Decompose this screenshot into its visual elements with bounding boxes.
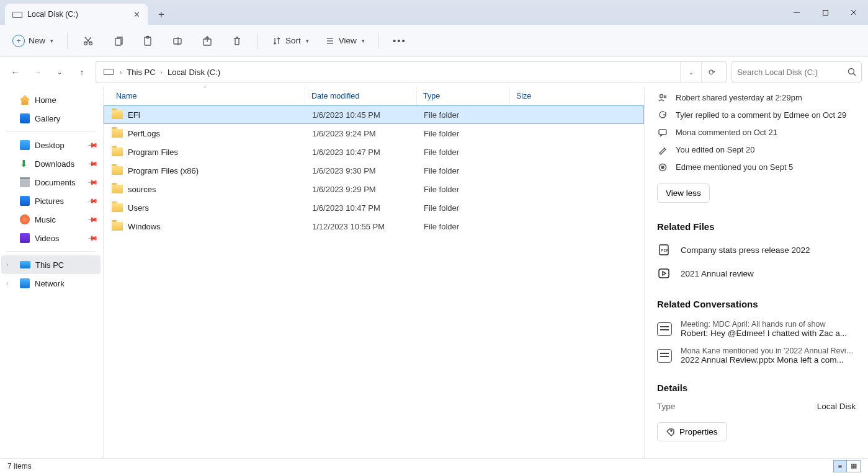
- forward-button[interactable]: →: [29, 63, 46, 81]
- search-box[interactable]: [732, 61, 862, 82]
- more-button[interactable]: •••: [388, 30, 411, 52]
- file-date: 1/6/2023 10:47 PM: [306, 203, 418, 213]
- file-row[interactable]: Program Files (x86)1/6/2023 9:30 PMFile …: [104, 161, 644, 180]
- delete-button[interactable]: [225, 30, 249, 52]
- address-bar[interactable]: › This PC › Local Disk (C:) ⌄ ⟳: [96, 61, 727, 82]
- nav-downloads[interactable]: ⬇Downloads📌: [1, 154, 101, 173]
- activity-item[interactable]: You edited on Sept 20: [657, 141, 856, 159]
- nav-pictures[interactable]: Pictures📌: [1, 192, 101, 210]
- titlebar: Local Disk (C:) ✕ ＋: [0, 0, 868, 25]
- nav-music[interactable]: Music📌: [1, 210, 101, 229]
- address-actions: ⌄ ⟳: [680, 62, 722, 82]
- pin-icon: 📌: [86, 213, 98, 225]
- desktop-icon: [20, 140, 30, 150]
- sort-caret-icon: ⌃: [203, 86, 207, 91]
- file-type: File folder: [418, 129, 511, 138]
- nav-desktop[interactable]: Desktop📌: [1, 136, 101, 154]
- file-row[interactable]: Windows1/12/2023 10:55 PMFile folder: [104, 217, 644, 236]
- mail-icon: [657, 349, 672, 363]
- documents-icon: [20, 177, 30, 187]
- breadcrumb-localdisk[interactable]: Local Disk (C:): [165, 68, 223, 77]
- separator: [6, 251, 96, 252]
- expand-icon[interactable]: ›: [6, 280, 8, 286]
- svg-line-18: [854, 74, 856, 76]
- file-row[interactable]: PerfLogs1/6/2023 9:24 PMFile folder: [104, 124, 644, 143]
- svg-rect-11: [174, 38, 181, 44]
- breadcrumb-thispc[interactable]: This PC: [124, 68, 158, 77]
- col-size[interactable]: Size: [510, 87, 566, 105]
- new-tab-button[interactable]: ＋: [151, 4, 171, 24]
- activity-item[interactable]: Tyler replied to a comment by Edmee on O…: [657, 107, 856, 124]
- nav-videos[interactable]: Videos📌: [1, 229, 101, 247]
- separator: [378, 33, 379, 49]
- paste-button[interactable]: [136, 30, 159, 52]
- downloads-icon: ⬇: [20, 159, 30, 169]
- search-icon[interactable]: [848, 68, 856, 76]
- large-icons-view-button[interactable]: ▦: [847, 460, 861, 472]
- svg-rect-1: [823, 10, 828, 15]
- back-button[interactable]: ←: [6, 63, 24, 81]
- activity-list: Robert shared yesterday at 2:29pmTyler r…: [657, 89, 856, 176]
- copy-button[interactable]: [106, 30, 130, 52]
- view-less-button[interactable]: View less: [657, 183, 710, 203]
- nav-network[interactable]: ›Network: [1, 274, 101, 293]
- properties-button[interactable]: Properties: [657, 422, 727, 441]
- file-date: 1/6/2023 9:30 PM: [306, 166, 418, 175]
- tab-active[interactable]: Local Disk (C:) ✕: [5, 4, 148, 25]
- gallery-icon: [20, 113, 30, 123]
- close-tab-icon[interactable]: ✕: [133, 10, 140, 19]
- up-button[interactable]: ↑: [73, 63, 91, 81]
- maximize-button[interactable]: [811, 0, 839, 25]
- new-label: New: [29, 36, 45, 45]
- recent-button[interactable]: ⌄: [51, 63, 68, 81]
- nav-home[interactable]: Home: [1, 91, 101, 109]
- file-name: sources: [128, 185, 156, 194]
- related-file-item[interactable]: PDF Company stats press release 2022: [657, 238, 856, 262]
- col-date[interactable]: Date modified: [305, 87, 417, 105]
- conversation-body: Robert: Hey @Edmee! I chatted with Zac a…: [681, 329, 847, 338]
- nav-documents[interactable]: Documents📌: [1, 173, 101, 192]
- cut-button[interactable]: [76, 30, 100, 52]
- nav-gallery[interactable]: Gallery: [1, 109, 101, 128]
- folder-icon: [112, 129, 123, 138]
- view-button[interactable]: View ▾: [320, 30, 370, 52]
- pin-icon: 📌: [86, 139, 98, 151]
- share-button[interactable]: [195, 30, 219, 52]
- folder-icon: [112, 166, 123, 175]
- new-button[interactable]: + New ▾: [7, 30, 58, 52]
- file-row[interactable]: EFI1/6/2023 10:45 PMFile folder: [104, 105, 644, 124]
- rename-button[interactable]: [166, 30, 189, 52]
- expand-icon[interactable]: ›: [6, 262, 8, 268]
- search-input[interactable]: [737, 68, 848, 77]
- view-icon: [325, 36, 335, 46]
- file-row[interactable]: Users1/6/2023 10:47 PMFile folder: [104, 198, 644, 217]
- svg-rect-26: [659, 269, 669, 278]
- view-mode-icons: ≡ ▦: [833, 460, 861, 472]
- folder-icon: [112, 148, 123, 156]
- file-row[interactable]: Program Files1/6/2023 10:47 PMFile folde…: [104, 143, 644, 161]
- file-type: File folder: [418, 166, 511, 175]
- related-file-label: 2021 Annual review: [681, 269, 754, 278]
- sort-button[interactable]: Sort ▾: [267, 30, 314, 52]
- file-date: 1/6/2023 9:24 PM: [306, 129, 418, 138]
- details-pane: Robert shared yesterday at 2:29pmTyler r…: [645, 87, 868, 458]
- close-window-button[interactable]: [839, 0, 868, 25]
- address-dropdown-button[interactable]: ⌄: [680, 62, 701, 82]
- activity-item[interactable]: Robert shared yesterday at 2:29pm: [657, 89, 856, 107]
- activity-item[interactable]: Edmee mentioned you on Sept 5: [657, 159, 856, 176]
- col-name[interactable]: Name⌃: [104, 87, 305, 105]
- col-type[interactable]: Type: [417, 87, 510, 105]
- related-file-item[interactable]: 2021 Annual review: [657, 262, 856, 285]
- file-type: File folder: [418, 185, 511, 194]
- minimize-button[interactable]: [782, 0, 811, 25]
- activity-item[interactable]: Mona commented on Oct 21: [657, 124, 856, 141]
- details-view-button[interactable]: ≡: [833, 460, 847, 472]
- conversation-item[interactable]: Mona Kane mentioned you in '2022 Annual …: [657, 342, 856, 369]
- file-date: 1/6/2023 10:47 PM: [306, 148, 418, 157]
- nav-thispc[interactable]: ›This PC: [1, 255, 101, 274]
- refresh-button[interactable]: ⟳: [701, 62, 722, 82]
- file-name: Program Files (x86): [128, 166, 199, 175]
- conversation-item[interactable]: Meeting: MDC April: All hands run of sho…: [657, 316, 856, 342]
- svg-line-7: [85, 37, 91, 43]
- file-row[interactable]: sources1/6/2023 9:29 PMFile folder: [104, 180, 644, 198]
